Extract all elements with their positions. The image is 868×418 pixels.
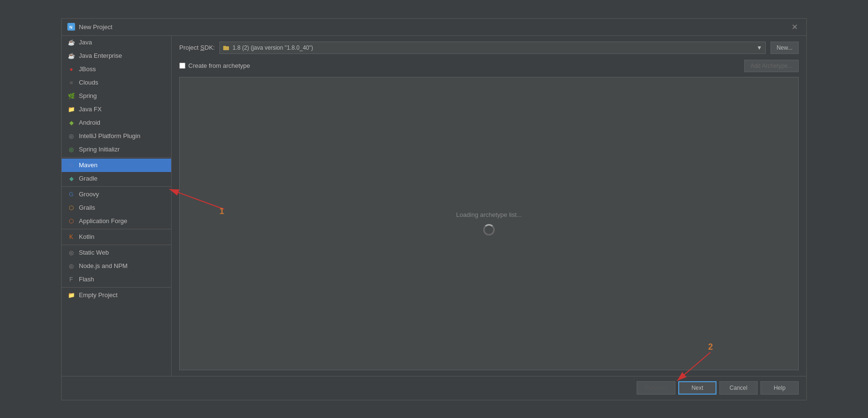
sdk-label: Project SDK: [179, 44, 215, 51]
sidebar-label-java-enterprise: Java Enterprise [79, 52, 122, 59]
sidebar-label-kotlin: Kotlin [79, 233, 95, 240]
dialog-body: ☕Java☕Java Enterprise●JBoss■Clouds🌿Sprin… [62, 36, 806, 376]
sidebar-item-android[interactable]: ◆Android [62, 116, 171, 129]
sidebar-item-spring[interactable]: 🌿Spring [62, 89, 171, 103]
spring-initializr-icon: ◎ [67, 146, 75, 153]
sidebar-divider [62, 287, 171, 288]
folder-icon [223, 44, 229, 51]
clouds-icon: ■ [67, 79, 75, 86]
sidebar-item-java[interactable]: ☕Java [62, 36, 171, 49]
javafx-icon: 📁 [67, 106, 75, 113]
sidebar-label-grails: Grails [79, 204, 95, 211]
archetype-panel: Loading archetype list... [179, 77, 799, 370]
sidebar-label-jboss: JBoss [79, 65, 96, 73]
sidebar-label-application-forge: Application Forge [79, 217, 127, 225]
sidebar-item-clouds[interactable]: ■Clouds [62, 76, 171, 89]
sidebar-label-flash: Flash [79, 276, 94, 283]
title-bar: N New Project ✕ [62, 19, 806, 36]
sidebar-divider [62, 186, 171, 187]
dialog-icon: N [67, 23, 75, 31]
sidebar-item-flash[interactable]: FFlash [62, 273, 171, 286]
cancel-button[interactable]: Cancel [719, 381, 758, 395]
close-button[interactable]: ✕ [789, 21, 801, 32]
sdk-dropdown-arrow: ▼ [757, 44, 762, 51]
next-button[interactable]: Next [678, 381, 716, 395]
sidebar-label-empty-project: Empty Project [79, 291, 118, 299]
sidebar-label-javafx: Java FX [79, 106, 102, 113]
application-forge-icon: ⬡ [67, 217, 75, 225]
sidebar-label-gradle: Gradle [79, 175, 98, 182]
jboss-icon: ● [67, 65, 75, 73]
archetype-checkbox[interactable] [179, 63, 185, 69]
sidebar-label-intellij: IntelliJ Platform Plugin [79, 132, 141, 139]
svg-rect-2 [223, 46, 229, 50]
help-button[interactable]: Help [760, 381, 799, 395]
sidebar-divider [62, 229, 171, 229]
nodejs-icon: ◎ [67, 262, 75, 270]
sdk-select[interactable]: 1.8 (2) (java version "1.8.0_40") ▼ [219, 42, 765, 54]
loading-spinner [483, 224, 495, 236]
sdk-row: Project SDK: 1.8 (2) (java version "1.8.… [179, 42, 799, 54]
archetype-row: Create from archetype Add Archetype... [179, 60, 799, 72]
sidebar-label-clouds: Clouds [79, 79, 98, 86]
java-enterprise-icon: ☕ [67, 52, 75, 60]
archetype-label[interactable]: Create from archetype [188, 62, 250, 69]
sidebar-item-groovy[interactable]: GGroovy [62, 188, 171, 201]
sidebar-label-maven: Maven [79, 161, 98, 169]
sidebar-item-java-enterprise[interactable]: ☕Java Enterprise [62, 49, 171, 63]
gradle-icon: ◆ [67, 175, 75, 182]
main-content: Project SDK: 1.8 (2) (java version "1.8.… [172, 36, 806, 376]
previous-button[interactable]: Previous [637, 381, 675, 395]
sidebar-label-spring-initializr: Spring Initializr [79, 146, 119, 153]
sidebar-item-intellij[interactable]: ◎IntelliJ Platform Plugin [62, 129, 171, 143]
sidebar-item-kotlin[interactable]: KKotlin [62, 230, 171, 244]
add-archetype-button[interactable]: Add Archetype... [744, 60, 799, 72]
grails-icon: ⬡ [67, 204, 75, 212]
sidebar-item-spring-initializr[interactable]: ◎Spring Initializr [62, 143, 171, 156]
kotlin-icon: K [67, 233, 75, 241]
maven-icon: m [67, 161, 75, 169]
groovy-icon: G [67, 191, 75, 198]
sidebar-divider [62, 245, 171, 245]
sidebar-label-groovy: Groovy [79, 191, 99, 198]
sidebar-item-javafx[interactable]: 📁Java FX [62, 103, 171, 116]
static-web-icon: ◎ [67, 249, 75, 257]
dialog-title: New Project [79, 23, 112, 31]
new-sdk-button[interactable]: New... [770, 42, 799, 54]
new-project-dialog: N New Project ✕ ☕Java☕Java Enterprise●JB… [61, 18, 807, 400]
intellij-icon: ◎ [67, 132, 75, 140]
loading-text: Loading archetype list... [456, 211, 521, 218]
java-icon: ☕ [67, 39, 75, 46]
dialog-footer: Previous Next Cancel Help [62, 376, 806, 400]
svg-text:N: N [69, 25, 73, 30]
flash-icon: F [67, 276, 75, 283]
sidebar-label-spring: Spring [79, 92, 97, 99]
sidebar-item-jboss[interactable]: ●JBoss [62, 63, 171, 76]
sidebar-divider [62, 157, 171, 158]
sidebar-label-java: Java [79, 39, 92, 46]
sidebar-item-grails[interactable]: ⬡Grails [62, 201, 171, 214]
sidebar-item-maven[interactable]: mMaven [62, 159, 171, 172]
sdk-value: 1.8 (2) (java version "1.8.0_40") [232, 44, 313, 51]
android-icon: ◆ [67, 119, 75, 127]
sidebar-item-static-web[interactable]: ◎Static Web [62, 246, 171, 259]
sidebar-item-empty-project[interactable]: 📁Empty Project [62, 289, 171, 302]
sidebar-label-nodejs: Node.js and NPM [79, 262, 128, 269]
svg-rect-3 [223, 46, 226, 47]
sidebar-label-static-web: Static Web [79, 249, 109, 256]
sidebar: ☕Java☕Java Enterprise●JBoss■Clouds🌿Sprin… [62, 36, 172, 376]
sidebar-item-gradle[interactable]: ◆Gradle [62, 172, 171, 185]
empty-project-icon: 📁 [67, 291, 75, 299]
sidebar-item-application-forge[interactable]: ⬡Application Forge [62, 214, 171, 228]
sidebar-label-android: Android [79, 119, 100, 126]
spring-icon: 🌿 [67, 92, 75, 100]
title-bar-left: N New Project [67, 23, 112, 31]
sidebar-item-nodejs[interactable]: ◎Node.js and NPM [62, 259, 171, 273]
